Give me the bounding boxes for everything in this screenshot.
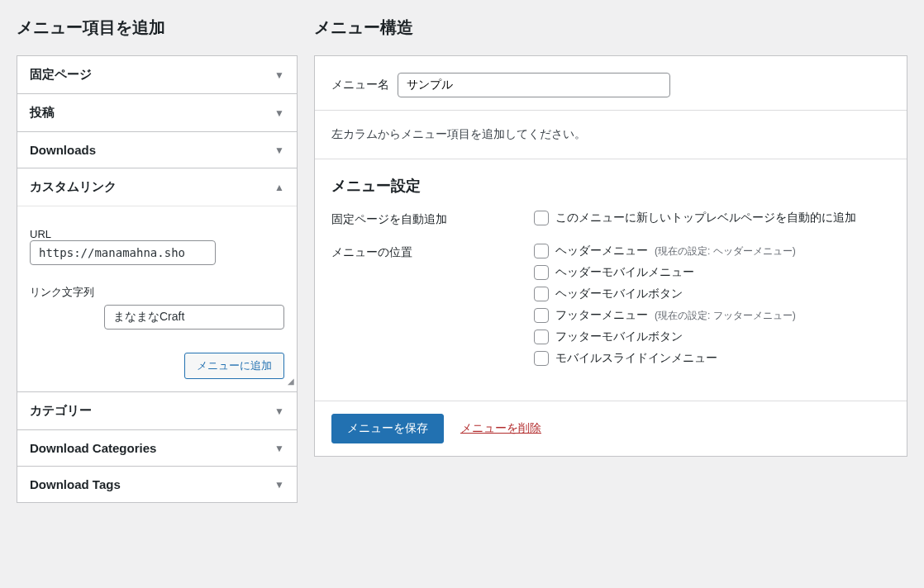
accordion: 固定ページ ▼ 投稿 ▼ Downloads ▼ カスタムリンク ▲ xyxy=(17,55,298,503)
delete-menu-link[interactable]: メニューを削除 xyxy=(460,421,541,436)
auto-add-option-label: このメニューに新しいトップレベルページを自動的に追加 xyxy=(555,211,856,225)
auto-add-checkbox-row[interactable]: このメニューに新しいトップレベルページを自動的に追加 xyxy=(534,211,890,225)
accordion-header-custom-links[interactable]: カスタムリンク ▲ xyxy=(17,168,297,206)
location-checkbox[interactable] xyxy=(534,351,549,366)
accordion-label: Download Tags xyxy=(30,477,121,491)
accordion-header-posts[interactable]: 投稿 ▼ xyxy=(17,94,297,131)
chevron-up-icon: ▲ xyxy=(274,182,284,193)
location-checkbox-row[interactable]: モバイルスライドインメニュー xyxy=(534,351,890,366)
save-menu-button[interactable]: メニューを保存 xyxy=(331,414,444,443)
link-text-label: リンク文字列 xyxy=(30,280,284,300)
location-checkbox[interactable] xyxy=(534,265,549,280)
location-label: ヘッダーメニュー xyxy=(555,244,648,258)
chevron-down-icon: ▼ xyxy=(274,443,284,454)
accordion-label: カテゴリー xyxy=(30,403,92,419)
chevron-down-icon: ▼ xyxy=(274,107,284,119)
add-items-title: メニュー項目を追加 xyxy=(17,17,298,39)
location-checkbox-row[interactable]: ヘッダーモバイルボタン xyxy=(534,287,890,301)
instruction-text: 左カラムからメニュー項目を追加してください。 xyxy=(315,111,907,159)
location-checkbox[interactable] xyxy=(534,244,549,258)
chevron-down-icon: ▼ xyxy=(274,145,284,156)
menu-name-label: メニュー名 xyxy=(331,78,389,92)
link-text-input[interactable] xyxy=(104,305,284,330)
url-input[interactable] xyxy=(30,240,216,265)
accordion-header-pages[interactable]: 固定ページ ▼ xyxy=(17,56,297,93)
add-to-menu-button[interactable]: メニューに追加 xyxy=(184,353,284,379)
location-label: モバイルスライドインメニュー xyxy=(555,351,717,366)
accordion-header-categories[interactable]: カテゴリー ▼ xyxy=(17,392,297,429)
chevron-down-icon: ▼ xyxy=(274,69,284,81)
accordion-label: 投稿 xyxy=(30,105,55,121)
chevron-down-icon: ▼ xyxy=(274,405,284,417)
location-label: ヘッダーモバイルボタン xyxy=(555,287,683,301)
accordion-label: カスタムリンク xyxy=(30,179,117,195)
location-checkbox-row[interactable]: フッターメニュー (現在の設定: フッターメニュー) xyxy=(534,308,890,323)
location-checkbox-row[interactable]: ヘッダーメニュー (現在の設定: ヘッダーメニュー) xyxy=(534,244,890,258)
resize-handle-icon[interactable]: ◢ xyxy=(280,375,297,391)
location-label: フッターモバイルボタン xyxy=(555,330,683,344)
menu-structure-title: メニュー構造 xyxy=(314,17,907,39)
accordion-header-downloads[interactable]: Downloads ▼ xyxy=(17,132,297,168)
location-checkbox[interactable] xyxy=(534,330,549,344)
menu-name-input[interactable] xyxy=(398,73,670,97)
accordion-label: 固定ページ xyxy=(30,67,92,83)
location-checkbox[interactable] xyxy=(534,287,549,301)
menu-panel: メニュー名 左カラムからメニュー項目を追加してください。 メニュー設定 固定ペー… xyxy=(314,55,907,457)
location-checkbox[interactable] xyxy=(534,308,549,323)
location-checkbox-row[interactable]: フッターモバイルボタン xyxy=(534,330,890,344)
menu-location-label: メニューの位置 xyxy=(331,244,534,372)
location-hint: (現在の設定: ヘッダーメニュー) xyxy=(655,244,796,258)
url-label: URL xyxy=(30,223,104,240)
location-label: フッターメニュー xyxy=(555,308,648,323)
location-label: ヘッダーモバイルメニュー xyxy=(555,265,694,280)
location-checkbox-row[interactable]: ヘッダーモバイルメニュー xyxy=(534,265,890,280)
chevron-down-icon: ▼ xyxy=(274,479,284,491)
auto-add-label: 固定ページを自動追加 xyxy=(331,211,534,232)
location-hint: (現在の設定: フッターメニュー) xyxy=(655,309,796,323)
accordion-label: Downloads xyxy=(30,143,96,157)
accordion-header-download-tags[interactable]: Download Tags ▼ xyxy=(17,467,297,502)
menu-settings-title: メニュー設定 xyxy=(331,176,890,196)
accordion-label: Download Categories xyxy=(30,441,156,455)
auto-add-checkbox[interactable] xyxy=(534,211,549,225)
accordion-header-download-categories[interactable]: Download Categories ▼ xyxy=(17,430,297,466)
